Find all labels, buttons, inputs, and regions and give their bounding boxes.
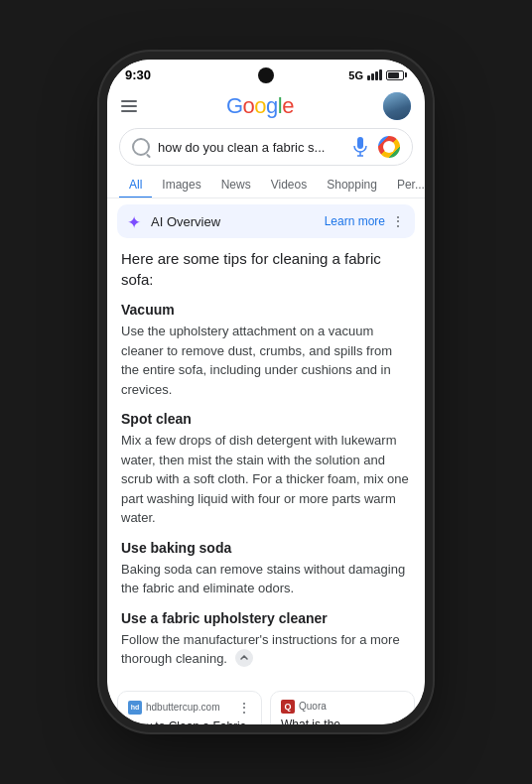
phone-frame: 9:30 5G: [107, 60, 425, 724]
status-icons: 5G: [348, 69, 407, 81]
hdbuttercup-title: How to Clean a Fabric: [128, 719, 251, 725]
tab-all[interactable]: All: [119, 172, 152, 197]
tip-baking-soda-body: Baking soda can remove stains without da…: [121, 560, 411, 598]
learn-more-link[interactable]: Learn more: [325, 214, 385, 228]
collapse-button[interactable]: [235, 649, 253, 667]
search-bar[interactable]: how do you clean a fabric s...: [119, 128, 413, 166]
search-actions: [350, 136, 400, 158]
lens-inner: [383, 141, 395, 153]
voice-search-icon[interactable]: [350, 137, 370, 157]
ai-overview-label: AI Overview: [151, 214, 220, 229]
svg-rect-0: [357, 137, 363, 149]
tip-spot-clean: Spot clean Mix a few drops of dish deter…: [121, 411, 411, 528]
card-source-quora: Q Quora: [281, 700, 404, 714]
tip-spot-clean-title: Spot clean: [121, 411, 411, 427]
quora-title: What is the: [281, 718, 404, 725]
tip-upholstery-cleaner-title: Use a fabric upholstery cleaner: [121, 610, 411, 626]
tip-upholstery-cleaner-body: Follow the manufacturer's instructions f…: [121, 630, 411, 669]
logo-g1: G: [226, 93, 243, 118]
tip-baking-soda-title: Use baking soda: [121, 540, 411, 556]
quora-domain: Quora: [299, 701, 327, 712]
result-card-quora[interactable]: Q Quora What is the: [270, 691, 415, 725]
logo-o1: o: [243, 93, 255, 118]
card-source-left-hd: hd hdbuttercup.com: [128, 701, 220, 715]
tip-vacuum-title: Vacuum: [121, 302, 411, 318]
search-query: how do you clean a fabric s...: [158, 140, 342, 155]
ai-overview-left: ✦ AI Overview: [127, 212, 220, 230]
google-header: Google: [107, 86, 425, 124]
google-logo: Google: [226, 93, 294, 119]
avatar-image: [383, 92, 411, 120]
quora-favicon: Q: [281, 700, 295, 714]
logo-g2: g: [266, 93, 278, 118]
logo-e: e: [282, 93, 294, 118]
hdbuttercup-favicon: hd: [128, 701, 142, 715]
tip-vacuum: Vacuum Use the upholstery attachment on …: [121, 302, 411, 399]
main-content: Here are some tips for cleaning a fabric…: [107, 244, 425, 691]
content-area[interactable]: ✦ AI Overview Learn more ⋮ Here are some…: [107, 198, 425, 724]
tab-personal[interactable]: Per...: [387, 172, 425, 197]
ai-overview-banner: ✦ AI Overview Learn more ⋮: [117, 204, 415, 238]
tip-baking-soda: Use baking soda Baking soda can remove s…: [121, 540, 411, 598]
intro-text: Here are some tips for cleaning a fabric…: [121, 248, 411, 290]
google-lens-icon[interactable]: [378, 136, 400, 158]
tip-upholstery-cleaner: Use a fabric upholstery cleaner Follow t…: [121, 610, 411, 669]
user-avatar[interactable]: [383, 92, 411, 120]
tip-vacuum-body: Use the upholstery attachment on a vacuu…: [121, 322, 411, 399]
hamburger-menu-icon[interactable]: [121, 100, 137, 112]
card-menu-icon-hd[interactable]: ⋮: [237, 700, 251, 716]
result-card-hdbuttercup[interactable]: hd hdbuttercup.com ⋮ How to Clean a Fabr…: [117, 691, 262, 725]
ai-star-icon: ✦: [127, 212, 145, 230]
card-source-left-quora: Q Quora: [281, 700, 327, 714]
more-options-icon[interactable]: ⋮: [391, 213, 405, 229]
ai-overview-right: Learn more ⋮: [325, 213, 405, 229]
tab-shopping[interactable]: Shopping: [317, 172, 387, 197]
battery-icon: [386, 70, 407, 80]
hdbuttercup-domain: hdbuttercup.com: [146, 702, 220, 713]
search-icon: [132, 138, 150, 156]
camera-notch: [258, 67, 274, 83]
filter-tabs: All Images News Videos Shopping Per...: [107, 172, 425, 198]
phone-screen: 9:30 5G: [107, 60, 425, 724]
signal-icon: [367, 69, 382, 80]
tab-images[interactable]: Images: [152, 172, 210, 197]
tab-news[interactable]: News: [211, 172, 261, 197]
card-source-hd: hd hdbuttercup.com ⋮: [128, 700, 251, 716]
bottom-cards: hd hdbuttercup.com ⋮ How to Clean a Fabr…: [107, 691, 425, 725]
tab-videos[interactable]: Videos: [261, 172, 317, 197]
tip-spot-clean-body: Mix a few drops of dish detergent with l…: [121, 431, 411, 528]
status-time: 9:30: [125, 67, 151, 82]
network-label: 5G: [348, 69, 363, 81]
logo-o2: o: [254, 93, 266, 118]
